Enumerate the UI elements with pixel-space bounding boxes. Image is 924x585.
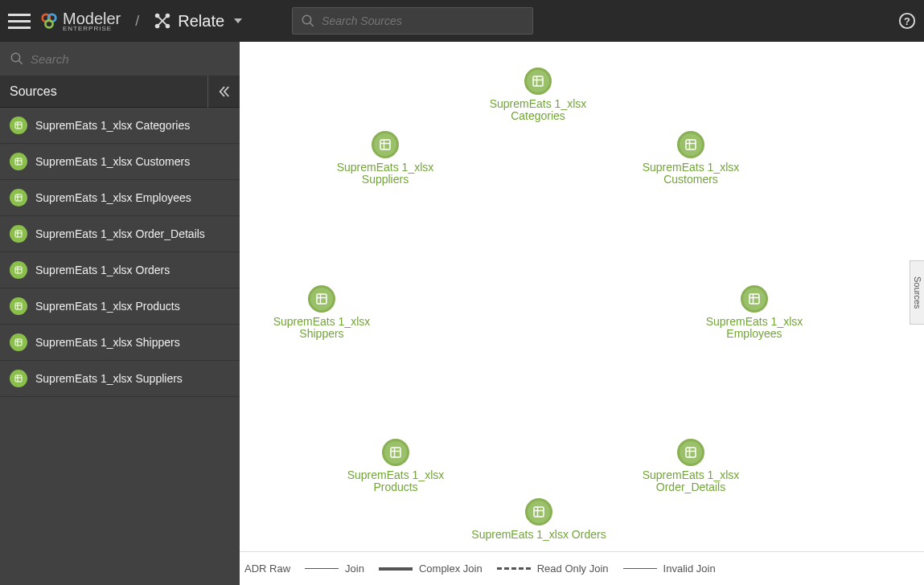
svg-rect-37: [533, 76, 543, 86]
relate-icon: [154, 12, 171, 30]
source-item[interactable]: SupremEats 1_xlsx Customers: [0, 144, 240, 180]
diagram-node[interactable]: SupremEats 1_xlsxOrder_Details: [618, 439, 763, 494]
search-icon: [10, 51, 24, 66]
svg-point-7: [302, 15, 311, 24]
source-label: SupremEats 1_xlsx Suppliers: [35, 372, 183, 385]
diagram-node-label: SupremEats 1_xlsxCategories: [466, 98, 610, 123]
sidebar: Sources SupremEats 1_xlsx Categories Sup…: [0, 42, 240, 585]
source-list: SupremEats 1_xlsx Categories SupremEats …: [0, 108, 240, 585]
relation-canvas[interactable]: SupremEats 1_xlsxCategoriesSupremEats 1_…: [240, 42, 924, 585]
top-search-input[interactable]: [322, 14, 524, 27]
svg-rect-43: [686, 140, 696, 149]
sidebar-search[interactable]: [0, 42, 240, 76]
diagram-node-label: SupremEats 1_xlsxProducts: [323, 469, 468, 494]
line-readonly-icon: [497, 567, 531, 570]
source-label: SupremEats 1_xlsx Customers: [35, 155, 190, 168]
svg-rect-40: [380, 140, 390, 149]
source-icon: [10, 189, 27, 207]
source-icon: [10, 117, 27, 134]
svg-rect-46: [317, 294, 326, 304]
diagram-node-label: SupremEats 1_xlsxCustomers: [618, 162, 763, 186]
table-icon: [677, 439, 704, 466]
brand-name: Modeler: [63, 10, 121, 27]
section-label: Relate: [178, 12, 224, 31]
source-label: SupremEats 1_xlsx Categories: [35, 119, 190, 132]
sidebar-header: Sources: [0, 76, 240, 108]
source-icon: [10, 153, 27, 170]
diagram-node-label: SupremEats 1_xlsxOrder_Details: [618, 469, 763, 494]
svg-rect-31: [15, 339, 22, 346]
diagram-node-label: SupremEats 1_xlsxEmployees: [682, 316, 827, 341]
top-bar: Modeler ENTERPRISE / Relate ?: [0, 0, 924, 42]
brand-subtitle: ENTERPRISE: [63, 25, 121, 32]
table-icon: [741, 285, 768, 313]
source-icon: [10, 261, 27, 279]
source-icon: [10, 333, 27, 351]
source-item[interactable]: SupremEats 1_xlsx Categories: [0, 108, 240, 144]
source-item[interactable]: SupremEats 1_xlsx Products: [0, 288, 240, 325]
svg-line-12: [18, 60, 23, 64]
source-item[interactable]: SupremEats 1_xlsx Shippers: [0, 325, 240, 361]
chevron-down-icon: [234, 18, 242, 23]
sidebar-search-input[interactable]: [31, 52, 230, 66]
legend-raw: ADR Raw: [244, 562, 290, 575]
sidebar-title: Sources: [10, 84, 57, 99]
breadcrumb-divider: /: [135, 13, 139, 30]
line-join-icon: [305, 568, 339, 569]
source-label: SupremEats 1_xlsx Shippers: [35, 336, 180, 349]
diagram-node[interactable]: SupremEats 1_xlsxProducts: [323, 439, 468, 494]
svg-text:?: ?: [904, 15, 910, 27]
section-dropdown[interactable]: Relate: [154, 12, 242, 31]
svg-rect-52: [391, 448, 400, 457]
svg-rect-55: [686, 448, 696, 457]
svg-rect-13: [15, 122, 22, 129]
diagram-node[interactable]: SupremEats 1_xlsxCustomers: [618, 131, 763, 186]
svg-point-2: [45, 20, 52, 27]
source-item[interactable]: SupremEats 1_xlsx Orders: [0, 252, 240, 288]
menu-button[interactable]: [8, 10, 31, 32]
top-search[interactable]: [292, 7, 533, 35]
table-icon: [308, 285, 335, 313]
source-label: SupremEats 1_xlsx Employees: [35, 191, 191, 204]
brand-logo-icon: [40, 12, 58, 30]
svg-rect-25: [15, 267, 22, 273]
source-label: SupremEats 1_xlsx Products: [35, 300, 180, 313]
legend-invalid-join: Invalid Join: [623, 562, 716, 575]
source-item[interactable]: SupremEats 1_xlsx Order_Details: [0, 216, 240, 252]
svg-point-11: [11, 53, 20, 62]
table-icon: [524, 68, 552, 95]
help-icon[interactable]: ?: [898, 12, 916, 30]
diagram-node-label: SupremEats 1_xlsx Orders: [466, 529, 611, 541]
right-panel-tab[interactable]: Sources: [910, 260, 924, 325]
source-label: SupremEats 1_xlsx Orders: [35, 264, 170, 276]
legend-readonly-join: Read Only Join: [497, 562, 609, 575]
line-invalid-icon: [623, 568, 657, 569]
source-icon: [10, 297, 27, 315]
line-complex-icon: [379, 567, 413, 571]
collapse-sidebar-button[interactable]: [207, 76, 240, 108]
svg-rect-58: [534, 507, 544, 517]
diagram-node[interactable]: SupremEats 1_xlsxSuppliers: [313, 131, 458, 186]
legend-join: Join: [305, 562, 364, 575]
diagram-node[interactable]: SupremEats 1_xlsxShippers: [249, 285, 394, 341]
search-icon: [301, 14, 315, 28]
source-icon: [10, 370, 27, 387]
table-icon: [372, 131, 399, 158]
svg-rect-16: [15, 158, 22, 165]
source-item[interactable]: SupremEats 1_xlsx Suppliers: [0, 361, 240, 397]
svg-rect-34: [15, 375, 22, 382]
chevron-left-double-icon: [217, 84, 232, 99]
diagram-node[interactable]: SupremEats 1_xlsxCategories: [466, 68, 610, 123]
diagram-node-label: SupremEats 1_xlsxShippers: [249, 316, 394, 341]
table-icon: [382, 439, 409, 466]
legend-complex-join: Complex Join: [379, 562, 483, 575]
source-icon: [10, 225, 27, 243]
source-label: SupremEats 1_xlsx Order_Details: [35, 227, 205, 240]
brand[interactable]: Modeler ENTERPRISE: [40, 10, 121, 32]
source-item[interactable]: SupremEats 1_xlsx Employees: [0, 180, 240, 216]
table-icon: [525, 498, 552, 526]
svg-rect-22: [15, 231, 22, 237]
diagram-node[interactable]: SupremEats 1_xlsx Orders: [466, 498, 611, 541]
svg-line-8: [310, 22, 314, 27]
diagram-node[interactable]: SupremEats 1_xlsxEmployees: [682, 285, 827, 341]
